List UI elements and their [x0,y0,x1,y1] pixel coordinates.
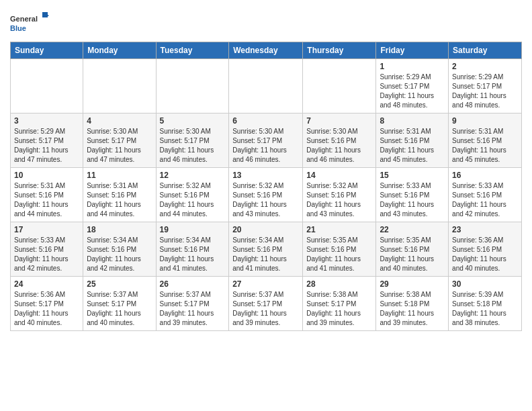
day-info: Sunrise: 5:37 AM Sunset: 5:17 PM Dayligh… [160,290,226,328]
day-cell-16: 16Sunrise: 5:33 AM Sunset: 5:16 PM Dayli… [449,168,522,222]
day-cell-1: 1Sunrise: 5:29 AM Sunset: 5:17 PM Daylig… [376,59,449,113]
day-number: 21 [306,225,372,234]
day-number: 14 [306,171,372,180]
svg-text:General: General [10,15,38,23]
empty-cell [229,59,303,113]
week-row-3: 10Sunrise: 5:31 AM Sunset: 5:16 PM Dayli… [11,168,522,222]
day-info: Sunrise: 5:30 AM Sunset: 5:17 PM Dayligh… [87,127,152,165]
day-info: Sunrise: 5:36 AM Sunset: 5:16 PM Dayligh… [452,236,518,273]
page-header: General Blue [10,7,522,38]
day-cell-5: 5Sunrise: 5:30 AM Sunset: 5:17 PM Daylig… [156,113,229,168]
day-number: 16 [452,171,518,180]
day-cell-15: 15Sunrise: 5:33 AM Sunset: 5:16 PM Dayli… [376,168,449,222]
day-number: 19 [160,225,226,234]
day-number: 25 [87,279,152,289]
day-cell-21: 21Sunrise: 5:35 AM Sunset: 5:16 PM Dayli… [303,222,376,277]
day-number: 20 [232,225,299,234]
day-info: Sunrise: 5:31 AM Sunset: 5:16 PM Dayligh… [452,127,518,165]
day-cell-11: 11Sunrise: 5:31 AM Sunset: 5:16 PM Dayli… [83,168,156,222]
day-cell-6: 6Sunrise: 5:30 AM Sunset: 5:17 PM Daylig… [229,113,303,168]
day-number: 22 [380,225,445,234]
day-number: 15 [380,171,445,180]
day-info: Sunrise: 5:35 AM Sunset: 5:16 PM Dayligh… [380,236,445,273]
week-row-4: 17Sunrise: 5:33 AM Sunset: 5:16 PM Dayli… [11,222,522,277]
empty-cell [83,59,156,113]
day-number: 7 [306,116,372,126]
day-info: Sunrise: 5:38 AM Sunset: 5:17 PM Dayligh… [306,290,372,328]
day-number: 24 [14,279,79,289]
day-info: Sunrise: 5:30 AM Sunset: 5:17 PM Dayligh… [232,127,299,165]
weekday-header-thursday: Thursday [303,42,376,59]
day-number: 4 [87,116,152,126]
calendar-table: SundayMondayTuesdayWednesdayThursdayFrid… [10,42,522,331]
day-info: Sunrise: 5:33 AM Sunset: 5:16 PM Dayligh… [452,181,518,219]
day-cell-19: 19Sunrise: 5:34 AM Sunset: 5:16 PM Dayli… [156,222,229,277]
svg-text:Blue: Blue [10,24,26,32]
empty-cell [303,59,376,113]
day-number: 12 [160,171,226,180]
day-cell-29: 29Sunrise: 5:38 AM Sunset: 5:18 PM Dayli… [376,277,449,331]
logo-svg: General Blue [10,11,50,38]
day-cell-4: 4Sunrise: 5:30 AM Sunset: 5:17 PM Daylig… [83,113,156,168]
day-number: 23 [452,225,518,234]
day-cell-3: 3Sunrise: 5:29 AM Sunset: 5:17 PM Daylig… [11,113,83,168]
weekday-header-row: SundayMondayTuesdayWednesdayThursdayFrid… [11,42,522,59]
day-cell-14: 14Sunrise: 5:32 AM Sunset: 5:16 PM Dayli… [303,168,376,222]
day-info: Sunrise: 5:36 AM Sunset: 5:17 PM Dayligh… [14,290,79,328]
day-number: 1 [380,62,445,71]
day-cell-30: 30Sunrise: 5:39 AM Sunset: 5:18 PM Dayli… [449,277,522,331]
day-cell-23: 23Sunrise: 5:36 AM Sunset: 5:16 PM Dayli… [449,222,522,277]
day-number: 27 [232,279,299,289]
day-cell-10: 10Sunrise: 5:31 AM Sunset: 5:16 PM Dayli… [11,168,83,222]
weekday-header-saturday: Saturday [449,42,522,59]
day-info: Sunrise: 5:35 AM Sunset: 5:16 PM Dayligh… [306,236,372,273]
day-cell-22: 22Sunrise: 5:35 AM Sunset: 5:16 PM Dayli… [376,222,449,277]
empty-cell [11,59,83,113]
weekday-header-monday: Monday [83,42,156,59]
weekday-header-wednesday: Wednesday [229,42,303,59]
day-info: Sunrise: 5:29 AM Sunset: 5:17 PM Dayligh… [452,73,518,110]
day-info: Sunrise: 5:38 AM Sunset: 5:18 PM Dayligh… [380,290,445,328]
day-cell-18: 18Sunrise: 5:34 AM Sunset: 5:16 PM Dayli… [83,222,156,277]
day-cell-28: 28Sunrise: 5:38 AM Sunset: 5:17 PM Dayli… [303,277,376,331]
day-cell-9: 9Sunrise: 5:31 AM Sunset: 5:16 PM Daylig… [449,113,522,168]
day-cell-7: 7Sunrise: 5:30 AM Sunset: 5:16 PM Daylig… [303,113,376,168]
day-number: 3 [14,116,79,126]
day-number: 18 [87,225,152,234]
day-info: Sunrise: 5:30 AM Sunset: 5:16 PM Dayligh… [306,127,372,165]
day-cell-25: 25Sunrise: 5:37 AM Sunset: 5:17 PM Dayli… [83,277,156,331]
weekday-header-friday: Friday [376,42,449,59]
day-info: Sunrise: 5:31 AM Sunset: 5:16 PM Dayligh… [87,181,152,219]
day-number: 5 [160,116,226,126]
day-cell-20: 20Sunrise: 5:34 AM Sunset: 5:16 PM Dayli… [229,222,303,277]
day-info: Sunrise: 5:29 AM Sunset: 5:17 PM Dayligh… [380,73,445,110]
day-info: Sunrise: 5:31 AM Sunset: 5:16 PM Dayligh… [380,127,445,165]
day-info: Sunrise: 5:37 AM Sunset: 5:17 PM Dayligh… [232,290,299,328]
day-cell-24: 24Sunrise: 5:36 AM Sunset: 5:17 PM Dayli… [11,277,83,331]
empty-cell [156,59,229,113]
week-row-5: 24Sunrise: 5:36 AM Sunset: 5:17 PM Dayli… [11,277,522,331]
day-cell-12: 12Sunrise: 5:32 AM Sunset: 5:16 PM Dayli… [156,168,229,222]
week-row-2: 3Sunrise: 5:29 AM Sunset: 5:17 PM Daylig… [11,113,522,168]
day-number: 30 [452,279,518,289]
day-info: Sunrise: 5:29 AM Sunset: 5:17 PM Dayligh… [14,127,79,165]
day-cell-8: 8Sunrise: 5:31 AM Sunset: 5:16 PM Daylig… [376,113,449,168]
day-info: Sunrise: 5:33 AM Sunset: 5:16 PM Dayligh… [14,236,79,273]
day-cell-13: 13Sunrise: 5:32 AM Sunset: 5:16 PM Dayli… [229,168,303,222]
day-number: 10 [14,171,79,180]
day-number: 29 [380,279,445,289]
day-info: Sunrise: 5:33 AM Sunset: 5:16 PM Dayligh… [380,181,445,219]
weekday-header-sunday: Sunday [11,42,83,59]
day-number: 11 [87,171,152,180]
day-number: 9 [452,116,518,126]
day-cell-2: 2Sunrise: 5:29 AM Sunset: 5:17 PM Daylig… [449,59,522,113]
week-row-1: 1Sunrise: 5:29 AM Sunset: 5:17 PM Daylig… [11,59,522,113]
day-info: Sunrise: 5:34 AM Sunset: 5:16 PM Dayligh… [232,236,299,273]
day-info: Sunrise: 5:30 AM Sunset: 5:17 PM Dayligh… [160,127,226,165]
day-number: 2 [452,62,518,71]
day-cell-27: 27Sunrise: 5:37 AM Sunset: 5:17 PM Dayli… [229,277,303,331]
day-cell-17: 17Sunrise: 5:33 AM Sunset: 5:16 PM Dayli… [11,222,83,277]
day-info: Sunrise: 5:34 AM Sunset: 5:16 PM Dayligh… [160,236,226,273]
day-cell-26: 26Sunrise: 5:37 AM Sunset: 5:17 PM Dayli… [156,277,229,331]
weekday-header-tuesday: Tuesday [156,42,229,59]
